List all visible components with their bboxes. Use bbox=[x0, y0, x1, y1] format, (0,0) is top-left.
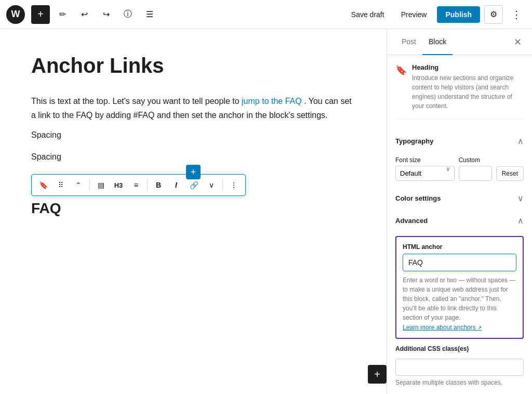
toolbar-divider-1 bbox=[89, 180, 90, 190]
typography-content: Font size Default Small Medium Large X-L… bbox=[395, 156, 524, 187]
advanced-content: HTML anchor Enter a word or two — withou… bbox=[395, 236, 524, 392]
post-title[interactable]: Anchor Links bbox=[31, 54, 355, 77]
font-size-row: Font size Default Small Medium Large X-L… bbox=[395, 156, 524, 181]
advanced-title: Advanced bbox=[395, 217, 428, 225]
block-more-formats-button[interactable]: ∨ bbox=[203, 177, 220, 193]
preview-button[interactable]: Preview bbox=[395, 7, 433, 22]
advanced-chevron: ∧ bbox=[517, 216, 524, 226]
block-h3-button[interactable]: H3 bbox=[110, 177, 127, 193]
sidebar: Post Block ✕ 🔖 Heading Introduce new sec… bbox=[387, 29, 532, 394]
css-class-label: Additional CSS class(es) bbox=[395, 345, 524, 352]
heading-icon: 🔖 bbox=[395, 64, 407, 111]
info-button[interactable]: ⓘ bbox=[118, 5, 137, 24]
undo-button[interactable]: ↩ bbox=[75, 5, 94, 24]
learn-more-link[interactable]: Learn more about anchors ↗ bbox=[403, 324, 482, 331]
block-description: Introduce new sections and organize cont… bbox=[412, 73, 524, 111]
html-anchor-section: HTML anchor Enter a word or two — withou… bbox=[395, 236, 524, 339]
add-block-button[interactable]: + bbox=[31, 5, 50, 24]
more-options-button[interactable]: ⋮ bbox=[507, 5, 526, 24]
block-bold-button[interactable]: B bbox=[150, 177, 167, 193]
typography-title: Typography bbox=[395, 137, 433, 145]
font-size-label: Font size bbox=[395, 156, 455, 164]
external-link-icon: ↗ bbox=[477, 325, 482, 331]
advanced-section: Advanced ∧ HTML anchor Enter a word or t… bbox=[395, 209, 524, 392]
typography-section: Typography ∧ Font size Default Small Med… bbox=[395, 130, 524, 187]
edit-button[interactable]: ✏ bbox=[53, 5, 72, 24]
sidebar-content: 🔖 Heading Introduce new sections and org… bbox=[387, 55, 532, 394]
sidebar-tabs: Post Block ✕ bbox=[387, 29, 532, 55]
block-toolbar: 🔖 ⠿ ⌃ ▤ H3 ≡ B I 🔗 ∨ ⋮ bbox=[31, 174, 246, 196]
editor-area: Anchor Links This is text at the top. Le… bbox=[0, 29, 387, 394]
publish-button[interactable]: Publish bbox=[437, 6, 480, 23]
block-text-align-button[interactable]: ≡ bbox=[128, 177, 144, 193]
html-anchor-input[interactable] bbox=[403, 254, 516, 271]
paragraph-text-before: This is text at the top. Let's say you w… bbox=[31, 97, 240, 106]
faq-link[interactable]: jump to the FAQ bbox=[242, 97, 302, 106]
block-options-button[interactable]: ⋮ bbox=[225, 177, 242, 193]
typography-section-header[interactable]: Typography ∧ bbox=[395, 130, 524, 152]
block-add-float-button[interactable]: + bbox=[368, 365, 387, 384]
tab-post[interactable]: Post bbox=[395, 29, 422, 55]
color-settings-chevron: ∨ bbox=[517, 193, 524, 203]
toolbar-right: Save draft Preview Publish ⚙ ⋮ bbox=[345, 5, 526, 24]
tab-block[interactable]: Block bbox=[422, 29, 453, 55]
color-settings-section: Color settings ∨ bbox=[395, 187, 524, 209]
font-size-select[interactable]: Default Small Medium Large X-Large bbox=[395, 166, 455, 181]
post-content: Anchor Links This is text at the top. Le… bbox=[31, 54, 355, 217]
block-title: Heading bbox=[412, 63, 524, 71]
spacing-label-1: Spacing bbox=[31, 130, 355, 140]
css-help-text: Separate multiple classes with spaces. bbox=[395, 379, 524, 386]
block-bookmark-button[interactable]: 🔖 bbox=[35, 177, 51, 193]
redo-button[interactable]: ↪ bbox=[97, 5, 115, 24]
list-view-button[interactable]: ☰ bbox=[140, 5, 159, 24]
toolbar-divider-2 bbox=[147, 180, 148, 190]
color-settings-header[interactable]: Color settings ∨ bbox=[395, 187, 524, 209]
typography-chevron: ∧ bbox=[517, 136, 524, 146]
wp-logo[interactable]: W bbox=[6, 5, 25, 24]
spacing-label-2: Spacing bbox=[31, 152, 355, 162]
paragraph-text: This is text at the top. Let's say you w… bbox=[31, 94, 355, 122]
save-draft-button[interactable]: Save draft bbox=[345, 7, 391, 22]
learn-more-text: Learn more about anchors bbox=[403, 324, 476, 331]
main-toolbar: W + ✏ ↩ ↪ ⓘ ☰ Save draft Preview Publish… bbox=[0, 0, 532, 29]
settings-button[interactable]: ⚙ bbox=[484, 5, 503, 24]
custom-input-wrapper: Custom bbox=[459, 156, 492, 181]
faq-heading[interactable]: FAQ bbox=[31, 200, 355, 217]
block-drag-button[interactable]: ⠿ bbox=[52, 177, 69, 193]
color-settings-title: Color settings bbox=[395, 194, 441, 202]
html-anchor-label: HTML anchor bbox=[403, 243, 516, 251]
reset-button[interactable]: Reset bbox=[496, 166, 524, 181]
custom-label: Custom bbox=[459, 156, 492, 164]
block-italic-button[interactable]: I bbox=[168, 177, 184, 193]
toolbar-left: W + ✏ ↩ ↪ ⓘ ☰ bbox=[6, 5, 343, 24]
anchor-help-text: Enter a word or two — without spaces — t… bbox=[403, 275, 516, 322]
block-insert-button[interactable]: + bbox=[186, 165, 201, 179]
css-class-section: Additional CSS class(es) Separate multip… bbox=[395, 345, 524, 386]
sidebar-close-button[interactable]: ✕ bbox=[512, 34, 524, 50]
block-info-text: Heading Introduce new sections and organ… bbox=[412, 63, 524, 111]
css-class-input[interactable] bbox=[395, 359, 524, 376]
custom-size-input[interactable] bbox=[459, 166, 492, 181]
block-info: 🔖 Heading Introduce new sections and org… bbox=[395, 63, 524, 120]
block-toolbar-wrapper: + 🔖 ⠿ ⌃ ▤ H3 ≡ B I 🔗 ∨ ⋮ bbox=[31, 174, 355, 196]
block-align-button[interactable]: ▤ bbox=[92, 177, 109, 193]
toolbar-divider-3 bbox=[222, 180, 223, 190]
block-move-up-button[interactable]: ⌃ bbox=[70, 177, 87, 193]
font-size-select-wrapper: Font size Default Small Medium Large X-L… bbox=[395, 156, 455, 181]
advanced-section-header[interactable]: Advanced ∧ bbox=[395, 209, 524, 232]
main-layout: Anchor Links This is text at the top. Le… bbox=[0, 29, 532, 394]
